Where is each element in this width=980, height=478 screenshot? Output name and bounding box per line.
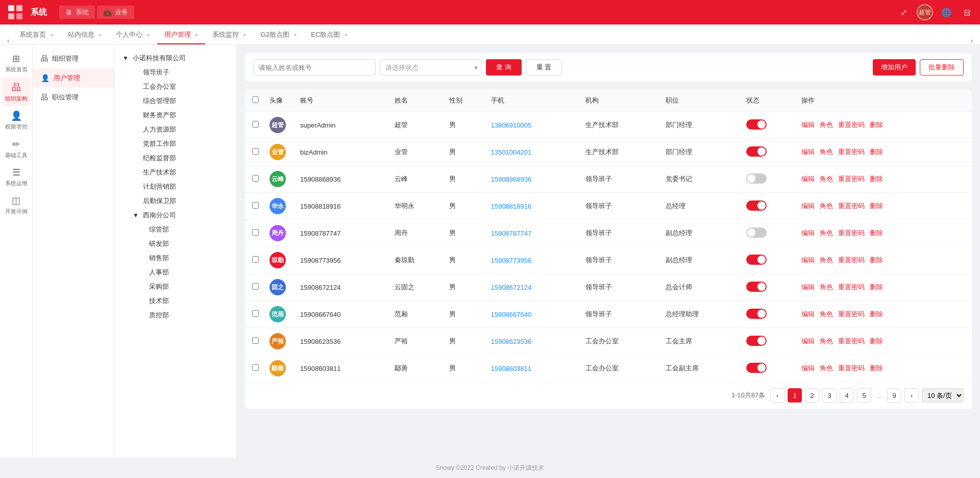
tab-close-ec[interactable]: ×: [344, 32, 347, 38]
row-checkbox-4[interactable]: [252, 202, 259, 209]
page-btn-9[interactable]: 9: [887, 388, 901, 402]
tree-node-dqzgb[interactable]: 党群工作部: [129, 137, 232, 151]
action-删除-8[interactable]: 删除: [870, 310, 883, 319]
tree-node-jjjdb[interactable]: 纪检监督部: [129, 151, 232, 165]
page-next-btn[interactable]: ›: [904, 388, 919, 402]
action-编辑-9[interactable]: 编辑: [801, 337, 815, 346]
action-角色-9[interactable]: 角色: [820, 337, 833, 346]
action-角色-1[interactable]: 角色: [820, 120, 833, 130]
tab-g2[interactable]: G2散点图×: [254, 26, 304, 44]
tree-node-ldbz[interactable]: 领导班子: [129, 65, 232, 80]
phone-link-5[interactable]: 15908787747: [491, 230, 532, 237]
sidebar-item-home[interactable]: ⊞ 系统首页: [2, 49, 31, 77]
action-重置密码-6[interactable]: 重置密码: [838, 256, 865, 265]
sec-menu-user_mgmt[interactable]: 👤 用户管理: [33, 68, 114, 88]
phone-link-1[interactable]: 13806910005: [491, 121, 532, 129]
tree-node-xsb[interactable]: 销售部: [129, 251, 232, 265]
tree-node-rlzyb[interactable]: 人力资源部: [129, 122, 232, 137]
tree-node-yfb[interactable]: 研发部: [129, 237, 232, 251]
status-toggle-3[interactable]: [746, 173, 767, 184]
tree-node-zgbgs[interactable]: 工会办公室: [129, 80, 232, 94]
action-编辑-5[interactable]: 编辑: [801, 229, 815, 238]
tree-node-zzb[interactable]: 质控部: [129, 308, 232, 322]
tab-close-monitor[interactable]: ×: [243, 32, 246, 38]
add-user-button[interactable]: 增加用户: [873, 59, 916, 76]
row-checkbox-10[interactable]: [252, 364, 259, 371]
status-toggle-5[interactable]: [746, 228, 767, 238]
page-btn-3[interactable]: 3: [822, 388, 837, 402]
tree-node-cgb[interactable]: 采购部: [129, 280, 232, 294]
action-角色-2[interactable]: 角色: [820, 147, 833, 157]
layout-icon[interactable]: ⊟: [960, 5, 974, 19]
phone-link-2[interactable]: 13501004201: [491, 148, 532, 156]
page-btn-4[interactable]: 4: [840, 388, 854, 402]
sec-menu-pos_mgmt[interactable]: 品 职位管理: [33, 88, 114, 107]
tab-monitor[interactable]: 系统监控×: [205, 26, 253, 44]
status-toggle-6[interactable]: [746, 255, 767, 265]
phone-link-7[interactable]: 15908672124: [491, 284, 532, 291]
status-toggle-8[interactable]: [746, 309, 767, 319]
tab-ec[interactable]: EC散点图×: [304, 26, 355, 44]
status-toggle-1[interactable]: [746, 119, 767, 130]
row-checkbox-9[interactable]: [252, 337, 259, 344]
action-编辑-6[interactable]: 编辑: [801, 256, 815, 265]
tree-node-sczjsb[interactable]: 生产技术部: [129, 165, 232, 180]
row-checkbox-6[interactable]: [252, 256, 259, 263]
action-角色-4[interactable]: 角色: [820, 202, 833, 211]
sec-menu-org_mgmt[interactable]: 品 组织管理: [33, 49, 114, 68]
tab-user[interactable]: 用户管理×: [157, 26, 205, 44]
batch-delete-button[interactable]: 批量删除: [920, 59, 964, 76]
tab-close-g2[interactable]: ×: [293, 32, 297, 38]
reset-button[interactable]: 重 置: [526, 59, 562, 76]
page-btn-5[interactable]: 5: [857, 388, 871, 402]
row-checkbox-8[interactable]: [252, 310, 259, 317]
tab-personal[interactable]: 个人中心×: [109, 26, 157, 44]
page-prev-btn[interactable]: ‹: [770, 388, 785, 402]
action-角色-7[interactable]: 角色: [820, 283, 833, 292]
action-角色-10[interactable]: 角色: [820, 364, 833, 373]
action-删除-3[interactable]: 删除: [870, 174, 883, 184]
phone-link-8[interactable]: 15908667640: [491, 311, 532, 318]
phone-link-6[interactable]: 15908773956: [491, 257, 532, 264]
action-重置密码-1[interactable]: 重置密码: [838, 120, 865, 130]
select-all-checkbox[interactable]: [252, 96, 259, 103]
status-toggle-2[interactable]: [746, 146, 767, 157]
top-tab-yw[interactable]: 💼 业务: [97, 6, 134, 19]
page-size-select[interactable]: 10 条/页 20 条/页 50 条/页: [922, 388, 964, 402]
tree-node-xnfgs[interactable]: ▼西南分公司: [129, 208, 232, 222]
status-toggle-7[interactable]: [746, 282, 767, 292]
action-重置密码-4[interactable]: 重置密码: [838, 202, 865, 211]
action-编辑-4[interactable]: 编辑: [801, 202, 815, 211]
action-删除-7[interactable]: 删除: [870, 283, 883, 292]
row-checkbox-7[interactable]: [252, 283, 259, 290]
sidebar-item-org[interactable]: 品 组织架构: [2, 77, 31, 106]
action-重置密码-5[interactable]: 重置密码: [838, 229, 865, 238]
avatar[interactable]: 超管: [917, 4, 933, 20]
action-删除-10[interactable]: 删除: [870, 364, 883, 373]
row-checkbox-5[interactable]: [252, 229, 259, 236]
tab-station[interactable]: 站内信息×: [61, 26, 109, 44]
action-角色-6[interactable]: 角色: [820, 256, 833, 265]
action-编辑-1[interactable]: 编辑: [801, 120, 815, 130]
row-checkbox-3[interactable]: [252, 175, 259, 182]
tab-close-station[interactable]: ×: [99, 32, 102, 38]
action-重置密码-7[interactable]: 重置密码: [838, 283, 865, 292]
action-编辑-7[interactable]: 编辑: [801, 283, 815, 292]
action-重置密码-3[interactable]: 重置密码: [838, 174, 865, 184]
tree-root[interactable]: ▼ 小诺科技有限公司: [118, 51, 232, 65]
tab-home[interactable]: 系统首页×: [12, 26, 60, 44]
tab-close-home[interactable]: ×: [50, 32, 53, 38]
sidebar-item-dev[interactable]: ◫ 开发示例: [2, 191, 31, 219]
tab-close-personal[interactable]: ×: [146, 32, 150, 38]
tree-node-zhglb[interactable]: 综合管理部: [129, 94, 232, 108]
sidebar-item-sys[interactable]: ☰ 系统运维: [2, 163, 31, 191]
action-编辑-8[interactable]: 编辑: [801, 310, 815, 319]
tab-close-user[interactable]: ×: [195, 32, 198, 38]
sidebar-item-tools[interactable]: ✏ 基础工具: [2, 135, 31, 163]
status-toggle-4[interactable]: [746, 200, 767, 211]
phone-link-10[interactable]: 15908603811: [491, 365, 532, 372]
tree-node-cwzcb[interactable]: 财务资产部: [129, 108, 232, 122]
action-编辑-3[interactable]: 编辑: [801, 174, 815, 184]
action-删除-9[interactable]: 删除: [870, 337, 883, 346]
action-删除-6[interactable]: 删除: [870, 256, 883, 265]
